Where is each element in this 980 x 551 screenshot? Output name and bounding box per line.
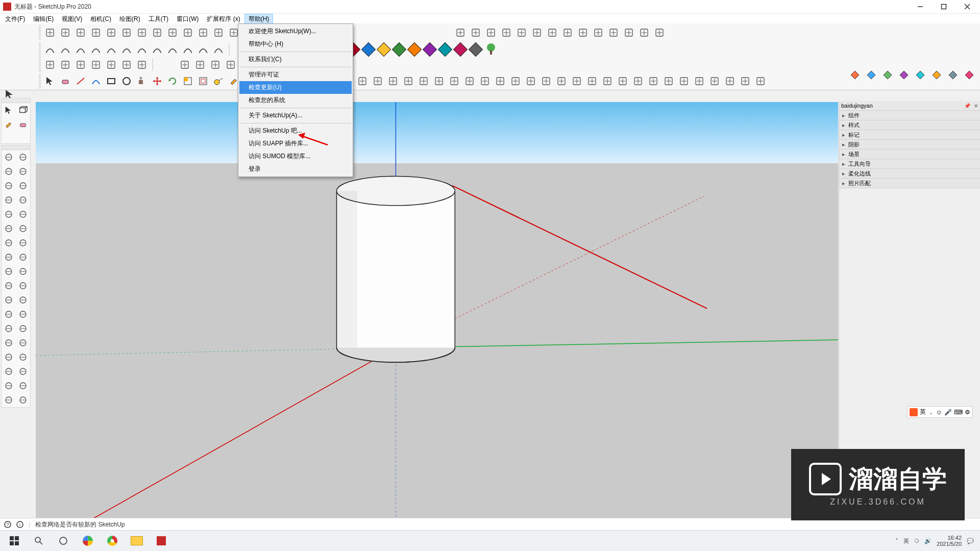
stretch-icon[interactable] [16, 236, 30, 250]
arc-icon[interactable] [74, 42, 88, 57]
box-icon[interactable] [16, 103, 30, 117]
menu-h[interactable]: 帮助(H) [244, 14, 274, 24]
offset2-button[interactable] [196, 74, 210, 88]
move-red-icon[interactable] [2, 207, 16, 221]
ime-settings-icon[interactable]: ⚙ [965, 409, 970, 416]
look-icon[interactable] [576, 26, 590, 40]
shape-icon[interactable] [74, 26, 88, 40]
left-icon[interactable] [530, 26, 544, 40]
sandbox2-icon[interactable] [16, 364, 30, 379]
menu-t[interactable]: 工具(T) [144, 14, 173, 24]
orbit3-icon[interactable] [2, 307, 16, 321]
group1-icon[interactable] [401, 74, 415, 88]
taskbar-app-chrome[interactable] [101, 531, 124, 551]
group2-icon[interactable] [416, 74, 431, 88]
gear-icon[interactable] [753, 74, 768, 88]
help-menu-item[interactable]: 访问 SketchUp 吧... [239, 124, 352, 137]
torus-icon[interactable] [355, 74, 370, 88]
tag-color-2[interactable] [377, 42, 391, 57]
arc2-icon[interactable] [89, 42, 103, 57]
tag-color-3[interactable] [392, 42, 406, 57]
menu-c[interactable]: 相机(C) [86, 14, 115, 24]
menu-f[interactable]: 文件(F) [1, 14, 29, 24]
help-menu-item[interactable]: 帮助中心 (H) [239, 38, 352, 51]
tray-notifications-icon[interactable]: 💬 [967, 538, 974, 544]
axes2-icon[interactable] [2, 293, 16, 307]
ime-lang[interactable]: 英 [920, 408, 926, 416]
pie-icon[interactable] [16, 193, 30, 207]
help-menu-item[interactable]: 管理许可证 [239, 68, 352, 81]
tag-color-6[interactable] [438, 42, 452, 57]
book2-icon[interactable] [616, 74, 630, 88]
pie-icon[interactable] [150, 42, 164, 57]
search-button[interactable] [28, 531, 50, 551]
help-menu-item[interactable]: 欢迎使用 SketchUp(W)... [239, 25, 352, 38]
pan-icon[interactable] [606, 26, 621, 40]
pushpull-button[interactable] [135, 74, 149, 88]
tray-pin-icon[interactable]: 📌 [964, 103, 970, 109]
position-icon[interactable] [2, 364, 16, 379]
help-menu-item[interactable]: 检查您的系统 [239, 94, 352, 107]
solid4-icon[interactable] [962, 67, 977, 83]
loft-icon[interactable] [165, 26, 180, 40]
book4-icon[interactable] [646, 74, 660, 88]
rect-rot-icon[interactable] [16, 164, 30, 179]
ring-icon[interactable] [707, 74, 722, 88]
follow-icon[interactable] [16, 207, 30, 221]
arc-icon[interactable] [2, 193, 16, 207]
eye-icon[interactable] [119, 58, 134, 72]
model-viewport[interactable] [36, 102, 838, 531]
section2-icon[interactable] [16, 293, 30, 307]
style1-icon[interactable] [2, 379, 16, 393]
right-icon[interactable] [499, 26, 513, 40]
prev-view-icon[interactable] [16, 336, 30, 350]
tape2-icon[interactable] [2, 264, 16, 279]
circle-icon[interactable] [104, 42, 118, 57]
persp-icon[interactable] [545, 26, 559, 40]
start-button[interactable] [3, 531, 26, 551]
tag-color-7[interactable] [453, 42, 468, 57]
layer3-icon[interactable] [880, 67, 895, 83]
circle2-button[interactable] [119, 74, 134, 88]
zoom2-icon[interactable] [2, 321, 16, 336]
ime-keyboard-icon[interactable]: ⌨ [954, 409, 963, 416]
help-menu-item[interactable]: 联系我们(C) [239, 53, 352, 66]
taskbar-clock[interactable]: 16:42 2021/5/20 [937, 535, 962, 547]
ime-emoji-icon[interactable]: ☺ [936, 409, 942, 416]
taskbar-app-sketchup[interactable] [150, 531, 173, 551]
tag-color-4[interactable] [407, 42, 422, 57]
poly-icon[interactable] [89, 26, 103, 40]
pointer-icon[interactable] [2, 103, 16, 117]
ime-toolbar[interactable]: 英 ， ☺ 🎤 ⌨ ⚙ [907, 406, 973, 418]
line-icon[interactable] [43, 42, 57, 57]
doc4-icon[interactable] [585, 74, 599, 88]
star2-icon[interactable] [677, 74, 691, 88]
help-menu-item[interactable]: 访问 SUAPP 插件库... [239, 137, 352, 150]
rotated-icon[interactable] [135, 42, 149, 57]
tray-close-icon[interactable]: ✕ [974, 103, 978, 109]
redo-icon[interactable] [193, 58, 207, 72]
text2-icon[interactable] [2, 279, 16, 293]
tree-icon[interactable] [484, 42, 498, 57]
prism-icon[interactable] [371, 74, 385, 88]
back-icon[interactable] [514, 26, 529, 40]
tangent-icon[interactable] [211, 42, 226, 57]
menu-w[interactable]: 窗口(W) [173, 14, 203, 24]
scale-button[interactable] [181, 74, 195, 88]
cut-icon[interactable] [208, 58, 223, 72]
tray-chevron-icon[interactable]: ˄ [895, 538, 898, 544]
help-menu-item[interactable]: 检查更新(U) [239, 81, 352, 94]
select-rect-icon[interactable] [43, 26, 57, 40]
copy-icon[interactable] [224, 58, 238, 72]
bezier-icon[interactable] [196, 42, 210, 57]
globe-icon[interactable] [896, 67, 912, 83]
eye-off-icon[interactable] [135, 58, 149, 72]
menu-e[interactable]: 编辑(E) [29, 14, 58, 24]
group4-icon[interactable] [447, 74, 461, 88]
help-menu-item[interactable]: 访问 SUMOD 模型库... [239, 150, 352, 163]
undo-icon[interactable] [178, 58, 192, 72]
comp-edit-icon[interactable] [58, 58, 72, 72]
group3-icon[interactable] [432, 74, 446, 88]
star3-icon[interactable] [692, 74, 706, 88]
extrude-icon[interactable] [196, 26, 210, 40]
